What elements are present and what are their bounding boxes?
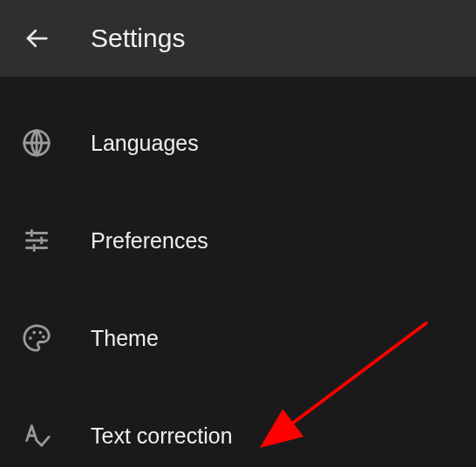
svg-rect-10 <box>25 247 33 249</box>
svg-rect-9 <box>40 237 43 245</box>
settings-item-label: Preferences <box>91 228 208 254</box>
svg-rect-4 <box>25 232 31 234</box>
page-title: Settings <box>91 24 185 53</box>
text-correction-icon <box>16 415 58 457</box>
sliders-icon <box>16 220 58 261</box>
svg-point-16 <box>42 335 45 339</box>
settings-item-text-correction[interactable]: Text correction <box>0 387 476 467</box>
settings-item-label: Text correction <box>91 423 233 449</box>
back-button[interactable] <box>16 17 58 59</box>
settings-item-label: Languages <box>91 131 199 156</box>
svg-rect-6 <box>31 229 33 237</box>
settings-item-preferences[interactable]: Preferences <box>0 192 476 289</box>
svg-rect-7 <box>25 240 40 242</box>
svg-point-15 <box>38 331 42 335</box>
palette-icon <box>16 317 58 359</box>
svg-rect-8 <box>43 240 48 242</box>
svg-point-14 <box>32 331 36 335</box>
settings-item-languages[interactable]: Languages <box>0 94 476 192</box>
svg-rect-12 <box>33 244 36 252</box>
svg-rect-5 <box>33 232 48 234</box>
svg-rect-11 <box>36 247 48 249</box>
settings-list: Languages Preferences <box>0 77 476 467</box>
settings-item-theme[interactable]: Theme <box>0 289 476 387</box>
back-arrow-icon <box>24 25 50 51</box>
app-header: Settings <box>0 0 476 77</box>
svg-point-13 <box>29 336 32 340</box>
settings-item-label: Theme <box>91 326 159 351</box>
globe-icon <box>16 122 58 164</box>
